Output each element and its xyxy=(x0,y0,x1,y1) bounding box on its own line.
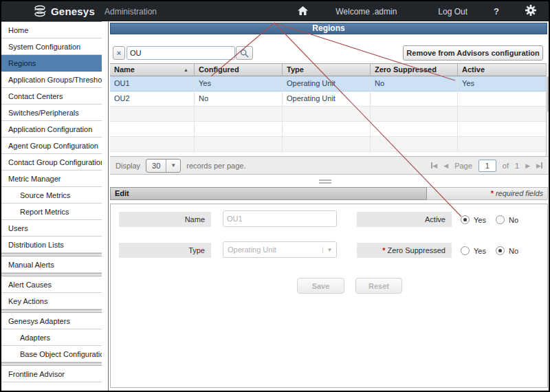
cell-active xyxy=(458,91,546,107)
welcome-text: Welcome .admin xyxy=(336,7,397,17)
application-window: Genesys Administration Welcome .admin Lo… xyxy=(0,0,550,392)
sidebar-item-alert-causes[interactable]: Alert Causes xyxy=(1,276,102,293)
column-header-configured[interactable]: Configured xyxy=(195,64,283,76)
page-number-input[interactable] xyxy=(478,160,496,172)
active-no-radio[interactable] xyxy=(496,215,505,224)
sidebar-item-contact-centers[interactable]: Contact Centers xyxy=(1,88,102,105)
zero-suppressed-yes-label: Yes xyxy=(474,247,486,255)
column-header-name[interactable]: Name ▲ xyxy=(110,64,195,76)
search-input[interactable] xyxy=(126,46,235,60)
sidebar-item-adapters[interactable]: Adapters xyxy=(1,329,102,346)
last-page-icon[interactable]: ▶ xyxy=(536,162,542,169)
sidebar-item-contact-group-configuration[interactable]: Contact Group Configuration xyxy=(1,154,102,171)
page-title: Regions xyxy=(110,23,547,34)
zero-suppressed-no-label: No xyxy=(509,247,518,255)
table-scrollbar xyxy=(546,63,550,156)
page-size-value: 30 xyxy=(146,162,166,170)
total-pages: 1 xyxy=(515,162,519,170)
settings-gear-icon[interactable] xyxy=(525,5,536,18)
active-yes-radio[interactable] xyxy=(461,215,470,224)
zero-suppressed-field-label: *Zero Suppressed xyxy=(357,243,452,258)
genesys-logo-icon xyxy=(32,4,47,18)
table-row-ou1[interactable]: OU1 Yes Operating Unit No Yes xyxy=(110,76,546,91)
table-row-empty xyxy=(110,137,546,152)
search-icon xyxy=(240,49,249,58)
clear-icon: × xyxy=(117,49,121,57)
sidebar-nav: Home System Configuration Regions Applic… xyxy=(1,21,102,391)
type-dropdown-value: Operating Unit xyxy=(223,246,322,254)
required-asterisk: * xyxy=(491,189,494,197)
brand-name: Genesys xyxy=(51,6,95,17)
save-button[interactable]: Save xyxy=(297,278,344,294)
pane-splitter-handle[interactable] xyxy=(319,179,331,184)
sidebar-item-application-groups[interactable]: Application Groups/Thresholds xyxy=(1,72,102,88)
display-label: Display xyxy=(116,162,140,170)
cell-name: OU2 xyxy=(110,91,195,107)
cell-name: OU1 xyxy=(110,76,195,91)
home-icon[interactable] xyxy=(298,6,308,17)
records-per-page-label: records per page. xyxy=(186,162,245,170)
sidebar-item-genesys-adapters[interactable]: Genesys Adapters xyxy=(1,313,102,329)
remove-from-advisors-button[interactable]: Remove from Advisors configuration xyxy=(403,45,543,61)
dropdown-arrow-icon: ▼ xyxy=(166,160,180,172)
cell-active: Yes xyxy=(458,76,546,91)
logout-link[interactable]: Log Out xyxy=(438,7,468,17)
cell-configured: Yes xyxy=(195,76,283,91)
reset-button[interactable]: Reset xyxy=(355,278,402,294)
help-button[interactable]: ? xyxy=(494,6,499,17)
table-row-empty xyxy=(110,107,546,122)
top-bar: Genesys Administration Welcome .admin Lo… xyxy=(1,1,549,21)
sidebar-item-metric-manager[interactable]: Metric Manager xyxy=(1,171,102,187)
zero-suppressed-no-radio[interactable] xyxy=(496,246,505,255)
sidebar-item-source-metrics[interactable]: Source Metrics xyxy=(1,187,102,204)
type-dropdown[interactable]: Operating Unit ▼ xyxy=(223,241,337,258)
sidebar-item-base-object-configuration[interactable]: Base Object Configuration xyxy=(1,346,102,362)
zero-suppressed-yes-radio[interactable] xyxy=(461,246,470,255)
sidebar-item-distribution-lists[interactable]: Distribution Lists xyxy=(1,237,102,253)
sidebar-item-agent-group-configuration[interactable]: Agent Group Configuration xyxy=(1,138,102,154)
page-label: Page xyxy=(454,162,472,170)
scrollbar-thumb[interactable] xyxy=(547,76,550,112)
sidebar-item-application-configuration[interactable]: Application Configuration xyxy=(1,121,102,138)
sidebar-item-users[interactable]: Users xyxy=(1,220,102,237)
active-no-label: No xyxy=(509,216,518,224)
name-field-label: Name xyxy=(119,212,211,227)
pagination-bar: Display 30 ▼ records per page. ◀ ◀ Page … xyxy=(110,156,550,175)
active-yes-label: Yes xyxy=(474,216,486,224)
column-header-active[interactable]: Active xyxy=(458,64,546,76)
next-page-icon[interactable]: ▶ xyxy=(525,162,530,169)
main-content: Regions × Remove from Advisors configura… xyxy=(108,21,549,391)
previous-page-icon[interactable]: ◀ xyxy=(443,162,448,169)
sidebar-item-key-actions[interactable]: Key Actions xyxy=(1,293,102,309)
cell-configured: No xyxy=(195,91,283,107)
sidebar-item-switches-peripherals[interactable]: Switches/Peripherals xyxy=(1,105,102,121)
first-page-icon[interactable]: ◀ xyxy=(431,162,437,169)
cell-zero-suppressed xyxy=(371,91,458,107)
sidebar-item-manual-alerts[interactable]: Manual Alerts xyxy=(1,257,102,273)
sort-ascending-icon: ▲ xyxy=(184,64,188,76)
topbar-actions: Welcome .admin Log Out ? xyxy=(298,1,536,21)
name-field[interactable] xyxy=(223,210,337,227)
type-field-label: Type xyxy=(119,243,211,258)
active-field-label: Active xyxy=(357,212,452,227)
of-label: of xyxy=(503,162,509,170)
sidebar-item-frontline-advisor[interactable]: Frontline Advisor xyxy=(1,366,102,382)
cell-zero-suppressed: No xyxy=(371,76,458,91)
page-size-dropdown[interactable]: 30 ▼ xyxy=(146,159,181,173)
table-row-ou2[interactable]: OU2 No Operating Unit xyxy=(110,91,546,107)
clear-search-button[interactable]: × xyxy=(113,46,125,60)
sidebar-item-report-metrics[interactable]: Report Metrics xyxy=(1,204,102,220)
table-header: Name ▲ Configured Type Zero Suppressed A… xyxy=(110,63,546,76)
genesys-brand: Genesys xyxy=(32,4,95,18)
sidebar-item-home[interactable]: Home xyxy=(1,22,102,39)
column-header-zero-suppressed[interactable]: Zero Suppressed xyxy=(371,64,458,76)
table-row-empty xyxy=(110,122,546,137)
edit-section-header: Edit xyxy=(110,187,427,200)
dropdown-arrow-icon: ▼ xyxy=(322,247,336,253)
sidebar-item-system-configuration[interactable]: System Configuration xyxy=(1,39,102,55)
column-header-type[interactable]: Type xyxy=(283,64,371,76)
app-title: Administration xyxy=(104,7,157,17)
cell-type: Operating Unit xyxy=(283,76,371,91)
sidebar-item-regions[interactable]: Regions xyxy=(1,55,102,72)
search-button[interactable] xyxy=(236,46,253,60)
